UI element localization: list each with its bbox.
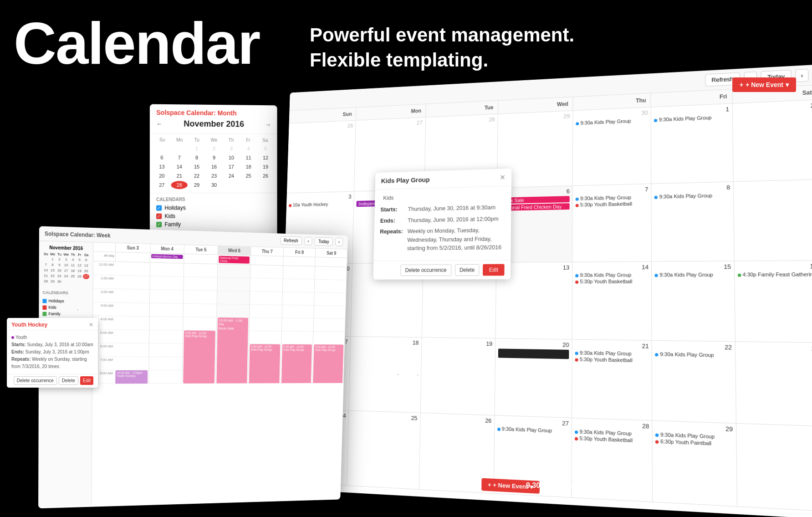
table-row[interactable]: 18 (349, 337, 422, 413)
youth-delete-button[interactable]: Delete (59, 376, 78, 385)
time-cell-mon[interactable] (150, 263, 184, 277)
small-day-cell[interactable]: 10 (223, 154, 240, 162)
small-day-cell[interactable]: 6 (153, 154, 170, 162)
table-row[interactable]: 29 9:30a Kids Play Group 6:30p Youth Pai… (653, 421, 737, 507)
kids-checkbox[interactable]: ✓ (156, 214, 162, 219)
small-day-cell[interactable]: 25 (240, 172, 257, 180)
time-cell-sat[interactable] (315, 266, 347, 280)
time-cell[interactable] (250, 305, 282, 318)
time-cell[interactable] (149, 330, 183, 344)
kids-check[interactable] (42, 305, 46, 309)
small-day-cell[interactable]: 14 (171, 163, 188, 171)
table-row[interactable]: 23 (735, 342, 812, 426)
family-checkbox[interactable]: ✓ (156, 222, 162, 227)
small-prev-icon[interactable]: ← (156, 120, 162, 127)
week-refresh-button[interactable]: Refresh (280, 236, 302, 245)
table-row[interactable]: 8 9:30a Kids Play Group (652, 182, 735, 261)
time-cell[interactable] (115, 316, 149, 330)
week-today-button[interactable]: Today (315, 237, 333, 246)
allday-mon[interactable]: Independence Day (150, 253, 184, 263)
calendar-event[interactable]: 9:30a Kids Play Group (655, 271, 731, 277)
kids-play-fri-event[interactable]: 9:30 AM - 12:00Kids Play Group (281, 344, 312, 384)
time-cell[interactable] (183, 317, 217, 331)
time-cell[interactable]: 9:30 AM - 12:00Kids Play Group (313, 344, 345, 357)
table-row[interactable]: 21 9:30a Kids Play Group 5:30p Youth Bas… (572, 340, 653, 421)
small-day-cell[interactable]: 30 (206, 181, 222, 189)
table-row[interactable]: 30 (736, 424, 812, 512)
time-cell[interactable]: 12:00 AM - 1:00 PMBook Sale (216, 317, 250, 331)
time-cell[interactable] (115, 357, 149, 370)
calendar-event[interactable]: 10a Youth Hockey (289, 201, 351, 207)
time-cell[interactable] (282, 318, 314, 332)
time-cell[interactable] (148, 370, 182, 384)
time-cell[interactable] (149, 343, 183, 357)
youth-hockey-event[interactable]: 10:00 AM - 1:00pmYouth Hockey (115, 370, 148, 384)
calendar-event[interactable]: 9:30a Kids Play Group (497, 426, 569, 434)
calendar-item-holidays[interactable]: ✓ Holidays (156, 204, 271, 211)
time-cell[interactable] (282, 292, 315, 306)
youth-edit-button[interactable]: Edit (80, 376, 93, 385)
calendar-event-bar[interactable] (498, 348, 569, 359)
time-cell[interactable] (115, 343, 149, 357)
next-nav-button[interactable]: › (795, 69, 809, 82)
kids-play-sat-event[interactable]: 9:30 AM - 12:00Kids Play Group (313, 344, 344, 384)
week-cal-family[interactable]: Family (39, 310, 92, 317)
small-day-cell[interactable]: 9 (206, 154, 222, 162)
small-day-cell[interactable]: 3 (223, 144, 240, 153)
independence-day-event[interactable]: Independence Day (151, 254, 183, 259)
time-cell[interactable] (282, 305, 314, 319)
book-sale-event[interactable]: 12:00 AM - 1:00 PMBook Sale (216, 317, 248, 384)
time-cell[interactable] (249, 331, 282, 344)
time-cell[interactable] (314, 292, 346, 306)
time-cell[interactable] (149, 357, 183, 370)
week-cal-kids[interactable]: Kids (39, 304, 92, 311)
calendar-event[interactable]: 5:30p Youth Basketball (575, 356, 649, 363)
time-cell[interactable] (217, 291, 250, 305)
table-row[interactable]: 22 9:30a Kids Play Group (652, 341, 736, 424)
edit-button[interactable]: Edit (483, 264, 504, 276)
small-day-cell[interactable]: 12 (257, 154, 273, 162)
time-cell[interactable] (149, 317, 184, 330)
time-cell[interactable] (314, 318, 346, 332)
small-day-cell[interactable]: 1 (189, 144, 205, 153)
calendar-event[interactable]: 5:30p Youth Basketball (576, 200, 649, 207)
time-cell[interactable] (250, 278, 283, 292)
holidays-check[interactable] (42, 299, 46, 303)
time-cell-tue[interactable] (184, 263, 218, 277)
week-next-button[interactable]: › (335, 238, 343, 246)
calendar-event[interactable]: 9:30a Kids Play Group (576, 194, 649, 201)
table-row[interactable]: 1 9:30a Kids Play Group (651, 104, 733, 184)
small-day-cell[interactable]: 5 (257, 144, 273, 153)
small-day-cell[interactable]: 19 (257, 163, 273, 171)
table-row[interactable]: 7 9:30a Kids Play Group 5:30p Youth Bask… (572, 184, 652, 262)
youth-delete-occurrence-button[interactable]: Delete occurrence (14, 376, 57, 385)
table-row[interactable]: 20 (495, 338, 572, 418)
table-row[interactable]: 14 9:30a Kids Play Group 5:30p Youth Bas… (572, 262, 652, 341)
table-row[interactable]: 30 9:30a Kids Play Group (573, 107, 652, 186)
time-cell[interactable]: 9:30 AM - 12:00Kids Play Group (281, 344, 313, 358)
time-cell[interactable] (250, 318, 282, 331)
calendar-event[interactable]: 9:30a Kids Play Group (655, 351, 732, 358)
time-cell-wed[interactable] (218, 264, 251, 278)
table-row[interactable]: 25 (347, 411, 420, 490)
youth-close-icon[interactable]: ✕ (89, 322, 93, 328)
small-day-cell[interactable]: 4 (240, 144, 257, 153)
time-cell[interactable]: 9:30 AM - 12:00Kids Play Group (183, 330, 217, 344)
family-check[interactable] (42, 312, 46, 316)
delete-button[interactable]: Delete (455, 264, 479, 276)
time-cell[interactable] (115, 289, 150, 303)
time-cell[interactable] (281, 331, 314, 344)
table-row[interactable]: 9 (734, 179, 812, 261)
time-cell-sun[interactable] (116, 262, 150, 276)
fried-chicken-event[interactable]: National Fried Chick... (219, 256, 250, 264)
small-day-cell[interactable]: 8 (189, 154, 205, 162)
table-row[interactable]: 19 (420, 338, 495, 415)
small-day-cell[interactable]: 17 (223, 163, 240, 171)
time-cell[interactable] (313, 332, 345, 345)
table-row[interactable]: 15 9:30a Kids Play Group (652, 261, 735, 342)
small-day-cell[interactable]: 26 (257, 172, 273, 180)
small-day-cell[interactable]: 23 (206, 172, 222, 180)
small-day-cell[interactable]: 22 (189, 172, 205, 180)
calendar-event[interactable]: 9:30a Kids Play Group (654, 192, 730, 200)
table-row[interactable]: 16 4:30p Family Feast Gatherin (735, 261, 812, 343)
